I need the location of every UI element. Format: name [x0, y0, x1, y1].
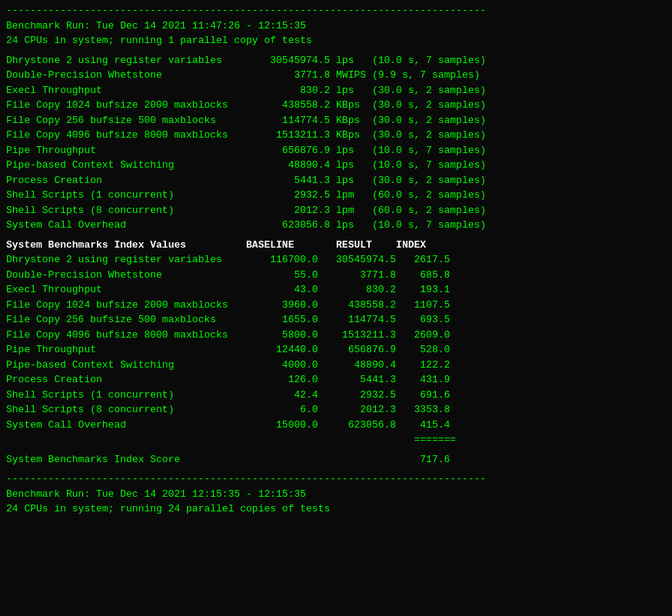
index-line: Pipe-based Context Switching 4000.0 4889… — [6, 358, 666, 373]
perf-line: File Copy 4096 bufsize 8000 maxblocks 15… — [6, 128, 666, 143]
index-line: Process Creation 126.0 5441.3 431.9 — [6, 372, 666, 388]
separator-top: ----------------------------------------… — [6, 3, 666, 18]
index-line: File Copy 1024 bufsize 2000 maxblocks 39… — [6, 298, 666, 313]
equals-line: ======= — [6, 432, 666, 448]
perf-line: File Copy 1024 bufsize 2000 maxblocks 43… — [6, 98, 666, 113]
index-line: Double-Precision Whetstone 55.0 3771.8 6… — [6, 268, 666, 283]
perf-line: File Copy 256 bufsize 500 maxblocks 1147… — [6, 113, 666, 128]
perf-line: Dhrystone 2 using register variables 305… — [6, 53, 666, 68]
index-line: Pipe Throughput 12440.0 656876.9 528.0 — [6, 342, 666, 358]
index-line: Execl Throughput 43.0 830.2 193.1 — [6, 282, 666, 298]
index-line: File Copy 256 bufsize 500 maxblocks 1655… — [6, 312, 666, 328]
perf-line: Shell Scripts (8 concurrent) 2012.3 lpm … — [6, 203, 666, 218]
index-line: File Copy 4096 bufsize 8000 maxblocks 58… — [6, 328, 666, 343]
index-line: System Call Overhead 15000.0 623056.8 41… — [6, 418, 666, 433]
run1-header2: 24 CPUs in system; running 1 parallel co… — [6, 33, 666, 48]
index-line: Dhrystone 2 using register variables 116… — [6, 252, 666, 268]
perf-line: Shell Scripts (1 concurrent) 2932.5 lpm … — [6, 188, 666, 203]
index-line: Shell Scripts (8 concurrent) 6.0 2012.3 … — [6, 402, 666, 418]
separator-bottom: ----------------------------------------… — [6, 471, 666, 487]
perf-results: Dhrystone 2 using register variables 305… — [6, 53, 666, 233]
index-results: Dhrystone 2 using register variables 116… — [6, 252, 666, 432]
perf-line: Process Creation 5441.3 lps (30.0 s, 2 s… — [6, 173, 666, 188]
perf-line: Execl Throughput 830.2 lps (30.0 s, 2 sa… — [6, 83, 666, 98]
perf-line: Double-Precision Whetstone 3771.8 MWIPS … — [6, 68, 666, 83]
terminal-output: ----------------------------------------… — [6, 3, 666, 517]
run1-header1: Benchmark Run: Tue Dec 14 2021 11:47:26 … — [6, 18, 666, 34]
index-line: Shell Scripts (1 concurrent) 42.4 2932.5… — [6, 388, 666, 403]
perf-line: Pipe Throughput 656876.9 lps (10.0 s, 7 … — [6, 143, 666, 158]
perf-line: System Call Overhead 623056.8 lps (10.0 … — [6, 218, 666, 233]
index-header: System Benchmarks Index Values BASELINE … — [6, 238, 666, 253]
score-line: System Benchmarks Index Score 717.6 — [6, 452, 666, 468]
run2-header1: Benchmark Run: Tue Dec 14 2021 12:15:35 … — [6, 487, 666, 502]
perf-line: Pipe-based Context Switching 48890.4 lps… — [6, 158, 666, 173]
run2-header2: 24 CPUs in system; running 24 parallel c… — [6, 501, 666, 517]
